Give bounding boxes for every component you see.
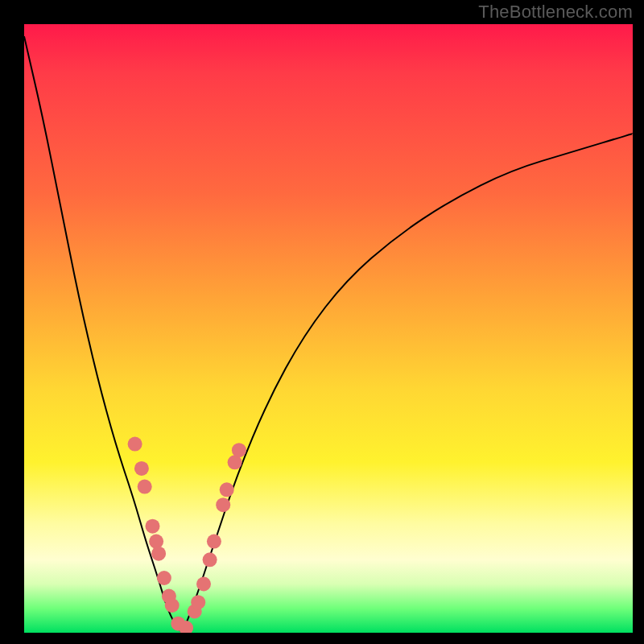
marker-dot (134, 461, 149, 476)
marker-dot (232, 443, 246, 457)
marker-dot (146, 519, 160, 534)
watermark-text: TheBottleneck.com (478, 2, 633, 23)
marker-dot (151, 547, 166, 561)
marker-dot (157, 571, 171, 585)
outer-frame: TheBottleneck.com (0, 0, 644, 644)
chart-svg (24, 24, 633, 633)
marker-dot (216, 497, 230, 512)
plot-area (24, 24, 633, 633)
curve-right-branch (183, 134, 633, 633)
marker-dot (220, 482, 234, 497)
marker-dot (138, 480, 152, 494)
marker-dot (149, 535, 163, 549)
marker-dot (128, 437, 142, 452)
markers-group (128, 437, 246, 633)
marker-dot (191, 595, 205, 609)
marker-dot (203, 552, 217, 567)
marker-dot (207, 535, 221, 549)
marker-dot (165, 598, 180, 613)
marker-dot (196, 577, 211, 592)
